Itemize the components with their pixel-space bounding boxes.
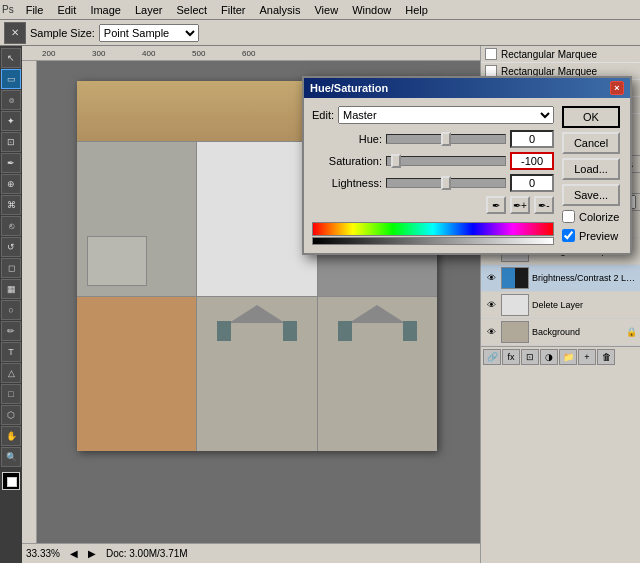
saturation-slider-track[interactable] <box>386 156 506 166</box>
layer-new-button[interactable]: + <box>578 349 596 365</box>
layer-group-button[interactable]: 📁 <box>559 349 577 365</box>
colorize-label: Colorize <box>579 211 619 223</box>
tool-crop[interactable]: ⊡ <box>1 132 21 152</box>
spectrum-bar-gray <box>312 237 554 245</box>
layers-bottom: 🔗 fx ⊡ ◑ 📁 + 🗑 <box>481 346 640 367</box>
menu-help[interactable]: Help <box>399 2 434 18</box>
layer-mask-button[interactable]: ⊡ <box>521 349 539 365</box>
edit-select[interactable]: Master <box>338 106 554 124</box>
tool-zoom[interactable]: 🔍 <box>1 447 21 467</box>
tool-history-brush[interactable]: ↺ <box>1 237 21 257</box>
tool-dodge[interactable]: ○ <box>1 300 21 320</box>
doc-size: Doc: 3.00M/3.71M <box>106 548 188 559</box>
history-thumb-0 <box>485 48 497 60</box>
edit-row: Edit: Master <box>312 106 554 124</box>
tool-hand[interactable]: ✋ <box>1 426 21 446</box>
sample-size-select[interactable]: Point Sample <box>99 24 199 42</box>
lightness-label: Lightness: <box>312 177 382 189</box>
saturation-slider-thumb[interactable] <box>391 154 401 168</box>
history-label-1: Rectangular Marquee <box>501 66 597 77</box>
colorize-checkbox[interactable] <box>562 210 575 223</box>
layer-adjustment-button[interactable]: ◑ <box>540 349 558 365</box>
status-bar: 33.33% ◀ ▶ Doc: 3.00M/3.71M <box>22 543 480 563</box>
eyedropper-plus-button[interactable]: ✒+ <box>510 196 530 214</box>
hue-value-input[interactable] <box>510 130 554 148</box>
dialog-buttons: OK Cancel Load... Save... Colorize Previ… <box>562 106 622 245</box>
layer-item-3[interactable]: 👁 Delete Layer <box>481 292 640 319</box>
layer-thumb-4 <box>501 321 529 343</box>
layer-item-4[interactable]: 👁 Background 🔒 <box>481 319 640 346</box>
hue-slider-thumb[interactable] <box>441 132 451 146</box>
layer-visibility-4[interactable]: 👁 <box>484 326 498 338</box>
menu-filter[interactable]: Filter <box>215 2 251 18</box>
options-bar: ✕ Sample Size: Point Sample <box>0 20 640 46</box>
tool-brush[interactable]: ⌘ <box>1 195 21 215</box>
tool-gradient[interactable]: ▦ <box>1 279 21 299</box>
tool-lasso[interactable]: ⌾ <box>1 90 21 110</box>
tools-panel: ↖ ▭ ⌾ ✦ ⊡ ✒ ⊕ ⌘ ⎋ ↺ ◻ ▦ ○ ✏ T △ □ ⬡ ✋ 🔍 <box>0 46 22 563</box>
eyedropper-row: ✒ ✒+ ✒- <box>312 196 554 214</box>
load-button[interactable]: Load... <box>562 158 620 180</box>
lightness-slider-thumb[interactable] <box>441 176 451 190</box>
zoom-level: 33.33% <box>26 548 60 559</box>
dialog-titlebar: Hue/Saturation × <box>304 78 630 98</box>
hue-saturation-dialog[interactable]: Hue/Saturation × Edit: Master Hue: <box>302 76 632 255</box>
hue-slider-track[interactable] <box>386 134 506 144</box>
image-cell-4 <box>77 297 196 451</box>
layer-visibility-3[interactable]: 👁 <box>484 299 498 311</box>
save-button[interactable]: Save... <box>562 184 620 206</box>
dialog-main: Edit: Master Hue: Saturation: <box>312 106 554 245</box>
lightness-row: Lightness: <box>312 174 554 192</box>
image-cell-5 <box>197 297 316 451</box>
menu-edit[interactable]: Edit <box>51 2 82 18</box>
ok-button[interactable]: OK <box>562 106 620 128</box>
colorize-row: Colorize <box>562 210 622 223</box>
cancel-button[interactable]: Cancel <box>562 132 620 154</box>
tool-3d[interactable]: ⬡ <box>1 405 21 425</box>
tool-icon: ✕ <box>4 22 26 44</box>
layer-thumb-3 <box>501 294 529 316</box>
history-item-0[interactable]: Rectangular Marquee <box>481 46 640 63</box>
layer-fx-button[interactable]: fx <box>502 349 520 365</box>
tool-eyedropper[interactable]: ✒ <box>1 153 21 173</box>
menu-file[interactable]: File <box>20 2 50 18</box>
tool-heal[interactable]: ⊕ <box>1 174 21 194</box>
layer-name-3: Delete Layer <box>532 300 637 310</box>
foreground-color[interactable] <box>2 472 20 490</box>
layer-link-button[interactable]: 🔗 <box>483 349 501 365</box>
tool-pen[interactable]: ✏ <box>1 321 21 341</box>
dialog-close-button[interactable]: × <box>610 81 624 95</box>
tool-magic-wand[interactable]: ✦ <box>1 111 21 131</box>
preview-checkbox[interactable] <box>562 229 575 242</box>
layer-delete-button[interactable]: 🗑 <box>597 349 615 365</box>
tool-text[interactable]: T <box>1 342 21 362</box>
tool-clone[interactable]: ⎋ <box>1 216 21 236</box>
lightness-value-input[interactable] <box>510 174 554 192</box>
layer-visibility-2[interactable]: 👁 <box>484 272 498 284</box>
dialog-body: Edit: Master Hue: Saturation: <box>304 98 630 253</box>
menu-image[interactable]: Image <box>84 2 127 18</box>
menu-window[interactable]: Window <box>346 2 397 18</box>
layer-item-2[interactable]: 👁 Brightness/Contrast 2 Layer <box>481 265 640 292</box>
eyedropper-button[interactable]: ✒ <box>486 196 506 214</box>
tool-shape[interactable]: □ <box>1 384 21 404</box>
layer-name-4: Background <box>532 327 623 337</box>
tool-marquee[interactable]: ▭ <box>1 69 21 89</box>
tool-move[interactable]: ↖ <box>1 48 21 68</box>
edit-label: Edit: <box>312 109 334 121</box>
tool-eraser[interactable]: ◻ <box>1 258 21 278</box>
image-cell-2 <box>197 142 316 296</box>
eyedropper-minus-button[interactable]: ✒- <box>534 196 554 214</box>
menu-layer[interactable]: Layer <box>129 2 169 18</box>
arrow-right[interactable]: ▶ <box>88 548 96 559</box>
tool-path[interactable]: △ <box>1 363 21 383</box>
saturation-value-input[interactable] <box>510 152 554 170</box>
ruler-vertical <box>22 61 37 563</box>
background-color[interactable] <box>7 477 17 487</box>
menu-analysis[interactable]: Analysis <box>254 2 307 18</box>
arrow-left[interactable]: ◀ <box>70 548 78 559</box>
menu-select[interactable]: Select <box>170 2 213 18</box>
menu-view[interactable]: View <box>308 2 344 18</box>
lightness-slider-track[interactable] <box>386 178 506 188</box>
preview-row: Preview <box>562 229 622 242</box>
